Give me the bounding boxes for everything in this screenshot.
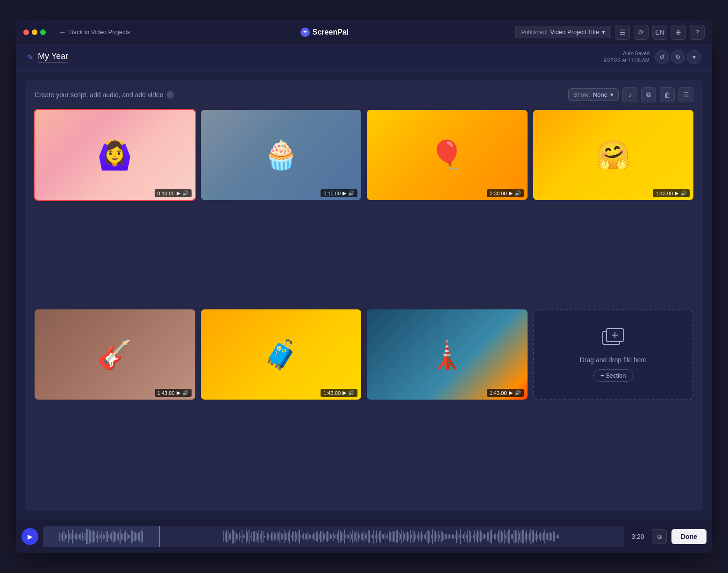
content-card: Create your script, add audio, and add v… — [25, 80, 703, 511]
delete-tool-button[interactable]: 🗑 — [660, 87, 675, 102]
sound-icon-1: 🔊 — [182, 190, 189, 196]
show-dropdown[interactable]: Show: None ▾ — [568, 88, 619, 101]
play-icon-3: ▶ — [509, 190, 513, 196]
publish-button[interactable]: Published: Video Project Title ▾ — [515, 26, 611, 38]
project-title-area: ✎ My Year — [27, 51, 68, 63]
video-thumbnail-6[interactable]: 🧳 1:43.00 ▶ 🔊 — [201, 309, 362, 400]
video-thumbnail-4[interactable]: 🤗 1:43.00 ▶ 🔊 — [533, 110, 694, 200]
sound-icon-7: 🔊 — [514, 390, 521, 396]
waveform-section-1 — [43, 526, 159, 547]
show-value: None — [593, 91, 607, 98]
section-button-label: + Section — [600, 372, 626, 379]
video-duration-4: 1:43.00 ▶ 🔊 — [653, 189, 690, 197]
card-toolbar: Create your script, add audio, and add v… — [35, 87, 693, 102]
help-icon-button[interactable]: ? — [690, 25, 705, 40]
video-duration-5: 1:43.00 ▶ 🔊 — [155, 389, 192, 397]
play-button[interactable]: ▶ — [21, 528, 38, 545]
info-icon[interactable]: i — [166, 91, 174, 99]
project-actions: Auto Saved 9/27/22 at 11:38 AM ↺ ↻ ▾ — [604, 50, 701, 64]
logo-icon: ✦ — [300, 28, 310, 37]
sound-icon-4: 🔊 — [680, 190, 687, 196]
title-bar: ← Back to Video Projects ✦ ScreenPal Pub… — [16, 20, 712, 44]
playhead — [159, 526, 160, 547]
title-center: ✦ ScreenPal — [140, 28, 510, 37]
add-section-button[interactable]: + Section — [593, 369, 633, 382]
auto-saved-date: 9/27/22 at 11:38 AM — [604, 57, 649, 64]
back-button[interactable]: ← Back to Video Projects — [55, 26, 134, 38]
redo-button[interactable]: ↻ — [671, 50, 685, 64]
app-name: ScreenPal — [313, 28, 349, 36]
project-title: My Year — [38, 51, 68, 63]
history-icon-button[interactable]: ⟳ — [634, 25, 649, 40]
sound-icon-2: 🔊 — [348, 190, 355, 196]
waveform-section-2 — [159, 526, 624, 547]
video-duration-3: 0:30.00 ▶ 🔊 — [487, 189, 524, 197]
drop-zone-text: Drag and drop file here — [580, 356, 647, 364]
video-thumbnail-1[interactable]: 🙆‍♀️ 0:10.00 ▶ 🔊 — [35, 110, 195, 200]
minimize-button[interactable] — [32, 29, 37, 35]
done-button-label: Done — [681, 533, 697, 540]
close-button[interactable] — [23, 29, 29, 35]
music-tool-button[interactable]: ♪ — [622, 87, 637, 102]
video-thumbnail-5[interactable]: 🎸 1:43.00 ▶ 🔊 — [35, 309, 195, 400]
menu-icon-button[interactable]: ☰ — [615, 25, 630, 40]
sound-icon-3: 🔊 — [514, 190, 521, 196]
undo-button[interactable]: ↺ — [655, 50, 669, 64]
back-button-label: Back to Video Projects — [69, 29, 130, 36]
show-label: Show: — [573, 91, 590, 98]
done-button[interactable]: Done — [671, 529, 707, 544]
video-grid: 🙆‍♀️ 0:10.00 ▶ 🔊 🧁 — [35, 110, 693, 503]
play-icon-6: ▶ — [343, 390, 346, 396]
publish-prefix: Published: — [521, 29, 547, 36]
drop-zone[interactable]: Drag and drop file here + Section — [533, 309, 694, 400]
layers-icon-button[interactable]: ⊕ — [671, 25, 686, 40]
video-thumbnail-2[interactable]: 🧁 0:10.00 ▶ 🔊 — [201, 110, 362, 200]
copy-tool-button[interactable]: ⧉ — [641, 87, 656, 102]
video-duration-6: 1:43.00 ▶ 🔊 — [321, 389, 357, 397]
video-duration-1: 0:10.00 ▶ 🔊 — [155, 189, 192, 197]
play-icon: ▶ — [28, 533, 33, 540]
play-icon-2: ▶ — [343, 190, 346, 196]
maximize-button[interactable] — [40, 29, 46, 35]
main-content: Create your script, add audio, and add v… — [16, 71, 712, 520]
waveform-bars-1 — [59, 526, 143, 547]
publish-chevron: ▾ — [602, 29, 605, 36]
video-thumbnail-7[interactable]: 🗼 1:43.00 ▶ 🔊 — [367, 309, 528, 400]
play-icon-4: ▶ — [675, 190, 678, 196]
show-chevron-icon: ▾ — [610, 91, 614, 98]
video-duration-2: 0:10.00 ▶ 🔊 — [321, 189, 357, 197]
sound-icon-6: 🔊 — [348, 390, 355, 396]
auto-saved-label: Auto Saved — [604, 50, 649, 57]
play-icon-5: ▶ — [177, 390, 180, 396]
app-logo: ✦ ScreenPal — [300, 28, 349, 37]
project-header: ✎ My Year Auto Saved 9/27/22 at 11:38 AM… — [16, 44, 712, 71]
more-options-button[interactable]: ▾ — [687, 50, 701, 64]
publish-value: Video Project Title — [550, 29, 599, 36]
edit-icon[interactable]: ✎ — [27, 53, 33, 62]
play-icon-7: ▶ — [509, 390, 513, 396]
undo-redo-group: ↺ ↻ ▾ — [655, 50, 701, 64]
timeline-track[interactable] — [43, 526, 624, 547]
video-duration-7: 1:43.00 ▶ 🔊 — [487, 389, 524, 397]
waveform-bars-2 — [223, 526, 559, 547]
description-text: Create your script, add audio, and add v… — [35, 91, 164, 99]
traffic-lights — [23, 29, 46, 35]
back-arrow-icon: ← — [59, 28, 66, 36]
language-icon-button[interactable]: EN — [652, 25, 667, 40]
timeline-bar: ▶ 3:20 ⧉ Done — [16, 520, 712, 553]
card-description: Create your script, add audio, and add v… — [35, 91, 174, 99]
sound-icon-5: 🔊 — [182, 390, 189, 396]
drop-zone-icon — [602, 328, 624, 351]
toolbar-right: Show: None ▾ ♪ ⧉ 🗑 ☰ — [568, 87, 693, 102]
timeline-tool-button[interactable]: ⧉ — [652, 529, 667, 544]
title-right: Published: Video Project Title ▾ ☰ ⟳ EN … — [515, 25, 705, 40]
auto-saved-info: Auto Saved 9/27/22 at 11:38 AM — [604, 50, 649, 64]
video-thumbnail-3[interactable]: 🎈 0:30.00 ▶ 🔊 — [367, 110, 528, 200]
list-view-button[interactable]: ☰ — [678, 87, 693, 102]
play-icon-1: ▶ — [177, 190, 180, 196]
time-display: 3:20 — [628, 533, 647, 540]
